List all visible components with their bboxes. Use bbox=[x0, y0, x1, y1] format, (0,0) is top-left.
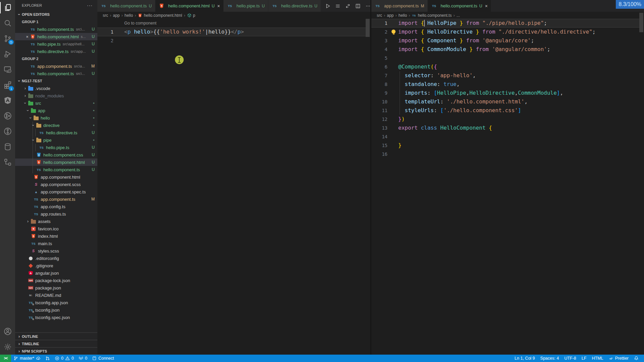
code-line-12[interactable]: 12}) bbox=[371, 115, 639, 124]
close-icon[interactable]: × bbox=[25, 34, 30, 39]
code-area[interactable]: 1import { HelloPipe } from "./pipe/hello… bbox=[371, 19, 639, 355]
tree-item[interactable]: TS⚙tsconfig.spec.json bbox=[15, 314, 97, 321]
code-line-15[interactable]: 15} bbox=[371, 141, 639, 150]
explorer-icon[interactable] bbox=[0, 0, 15, 15]
tree-item[interactable]: TSapp.routes.ts bbox=[15, 210, 97, 218]
tree-item[interactable]: Sstyles.scss bbox=[15, 247, 97, 255]
language-mode[interactable]: HTML bbox=[589, 355, 606, 362]
code-line-7[interactable]: 7 selector: 'app-hello', bbox=[371, 71, 639, 80]
open-editor-item[interactable]: TShello.directive.tssrc\app...U bbox=[15, 48, 97, 55]
breadcrumb-item[interactable]: ... bbox=[457, 13, 460, 18]
tree-item[interactable]: ›hello● bbox=[15, 114, 97, 122]
tab-app.component.ts[interactable]: TSapp.component.tsM bbox=[371, 0, 428, 12]
tab-hello.component.ts[interactable]: TShello.component.tsU bbox=[97, 0, 155, 12]
angular-icon[interactable] bbox=[0, 93, 15, 108]
scrollbar-thumb[interactable] bbox=[366, 19, 370, 37]
database-icon[interactable] bbox=[0, 139, 15, 154]
code-line-2[interactable]: 2 bbox=[97, 36, 366, 45]
tree-item[interactable]: TS⚙tsconfig.app.json bbox=[15, 299, 97, 306]
code-line-5[interactable]: 5 bbox=[371, 54, 639, 62]
tree-item[interactable]: TS⚙tsconfig.json bbox=[15, 306, 97, 314]
code-line-13[interactable]: 13export class HelloComponent { bbox=[371, 124, 639, 132]
more-actions-icon[interactable] bbox=[365, 3, 371, 9]
search-icon[interactable] bbox=[0, 15, 15, 31]
remote-connect[interactable]: Connect bbox=[90, 355, 117, 362]
breadcrumb-item[interactable]: 5hello.component.html bbox=[138, 13, 182, 18]
close-icon[interactable]: × bbox=[485, 3, 488, 9]
code-line-4[interactable]: 4import { CommonModule } from '@angular/… bbox=[371, 45, 639, 54]
tree-item[interactable]: .gitignore bbox=[15, 262, 97, 269]
cursor-position[interactable]: Ln 1, Col 9 bbox=[512, 355, 538, 362]
tree-item[interactable]: ›.vscode bbox=[15, 85, 97, 92]
account-icon[interactable] bbox=[0, 324, 15, 339]
open-editor-item[interactable]: ×5hello.component.htmls...U bbox=[15, 33, 97, 40]
tree-item[interactable]: npmpackage-lock.json bbox=[15, 277, 97, 284]
tree-item[interactable]: ›app● bbox=[15, 107, 97, 114]
tab-hello.component.html[interactable]: 5hello.component.htmlU× bbox=[155, 0, 224, 12]
code-line-10[interactable]: 10 templateUrl: './hello.component.html'… bbox=[371, 97, 639, 106]
code-line-2[interactable]: 2import { HelloDirective } from "./direc… bbox=[371, 28, 639, 36]
code-line-14[interactable]: 14 bbox=[371, 132, 639, 141]
remote-indicator[interactable]: >< bbox=[0, 355, 11, 362]
indentation[interactable]: Spaces: 4 bbox=[538, 355, 562, 362]
tree-item[interactable]: TSapp.component.tsM bbox=[15, 195, 97, 203]
code-line-1[interactable]: 1<p hello>{{'hello works!'|hello}}</p> bbox=[97, 28, 366, 36]
extensions-icon[interactable]: 1 bbox=[0, 77, 15, 93]
tree-item[interactable]: 5hello.component.htmlU bbox=[15, 159, 97, 166]
breadcrumb-item[interactable]: app bbox=[113, 13, 120, 18]
open-editors-header[interactable]: ›OPEN EDITORS bbox=[15, 11, 97, 18]
tab-hello.component.ts[interactable]: TShello.component.tsU× bbox=[428, 0, 491, 12]
remote-explorer-icon[interactable] bbox=[0, 62, 15, 77]
tree-item[interactable]: ›node_modules bbox=[15, 92, 97, 99]
tree-item[interactable]: TShello.pipe.tsU bbox=[15, 144, 97, 151]
tree-item[interactable]: 5index.html bbox=[15, 232, 97, 240]
open-editor-item[interactable]: TSapp.component.tssrc\a...M bbox=[15, 62, 97, 70]
tree-item[interactable]: ★favicon.ico bbox=[15, 225, 97, 232]
split-editor-icon[interactable] bbox=[355, 3, 361, 9]
project-root-header[interactable]: ›NG17-TEST bbox=[15, 77, 97, 85]
code-line-8[interactable]: 8 standalone: true, bbox=[371, 80, 639, 89]
code-line-11[interactable]: 11 styleUrls: ['./hello.component.css'] bbox=[371, 106, 639, 115]
code-area[interactable]: Go to component1<p hello>{{'hello works!… bbox=[97, 19, 366, 355]
tree-item[interactable]: ›directive● bbox=[15, 122, 97, 129]
code-line-16[interactable]: 16 bbox=[371, 150, 639, 159]
panel-timeline[interactable]: ›TIMELINE bbox=[15, 340, 97, 347]
code-line-1[interactable]: 1import { HelloPipe } from "./pipe/hello… bbox=[371, 19, 639, 28]
panel-npm-scripts[interactable]: ›NPM SCRIPTS bbox=[15, 347, 97, 355]
breadcrumb-item[interactable]: hello bbox=[125, 13, 133, 18]
code-line-9[interactable]: 9 imports: [HelloPipe,HelloDirective,Com… bbox=[371, 89, 639, 97]
tree-item[interactable]: TSapp.config.ts bbox=[15, 203, 97, 210]
breadcrumb-item[interactable]: app bbox=[387, 13, 394, 18]
compare-changes-icon[interactable] bbox=[345, 3, 351, 9]
breadcrumb-item[interactable]: src bbox=[103, 13, 108, 18]
git-graph-icon[interactable] bbox=[0, 108, 15, 124]
breadcrumb-item[interactable]: p bbox=[187, 13, 195, 18]
more-actions-icon[interactable]: ··· bbox=[87, 3, 93, 8]
tree-item[interactable]: Sapp.component.scss bbox=[15, 181, 97, 188]
tree-item[interactable]: ▲app.component.spec.ts bbox=[15, 188, 97, 195]
tree-item[interactable]: ›pipe● bbox=[15, 136, 97, 144]
eol[interactable]: LF bbox=[579, 355, 589, 362]
run-icon[interactable] bbox=[325, 3, 330, 9]
gitlens-icon[interactable] bbox=[0, 124, 15, 139]
tab-hello.directive.ts[interactable]: TShello.directive.tsU bbox=[268, 0, 321, 12]
hierarchy-icon[interactable] bbox=[0, 154, 15, 170]
open-editor-item[interactable]: TShello.component.tssrc\...U bbox=[15, 26, 97, 33]
tree-item[interactable]: ›src● bbox=[15, 99, 97, 107]
tree-item[interactable]: ›assets bbox=[15, 218, 97, 225]
git-branch[interactable]: master* bbox=[11, 355, 43, 362]
formatter[interactable]: Prettier bbox=[606, 355, 631, 362]
source-control-icon[interactable] bbox=[0, 31, 15, 46]
tab-hello.pipe.ts[interactable]: TShello.pipe.tsU bbox=[224, 0, 268, 12]
ports[interactable]: 0 bbox=[76, 355, 90, 362]
run-debug-icon[interactable] bbox=[0, 46, 15, 62]
tree-item[interactable]: npmpackage.json bbox=[15, 284, 97, 291]
notifications[interactable] bbox=[631, 355, 641, 362]
tree-item[interactable]: TSmain.ts bbox=[15, 240, 97, 247]
settings-icon[interactable] bbox=[0, 339, 15, 355]
lightbulb-icon[interactable] bbox=[392, 30, 396, 34]
scrollbar-thumb[interactable] bbox=[639, 13, 643, 32]
open-editor-item[interactable]: TShello.component.tssrc\...U bbox=[15, 70, 97, 77]
code-line-3[interactable]: 3import { Component } from '@angular/cor… bbox=[371, 36, 639, 45]
breadcrumb-item[interactable]: hello bbox=[399, 13, 407, 18]
